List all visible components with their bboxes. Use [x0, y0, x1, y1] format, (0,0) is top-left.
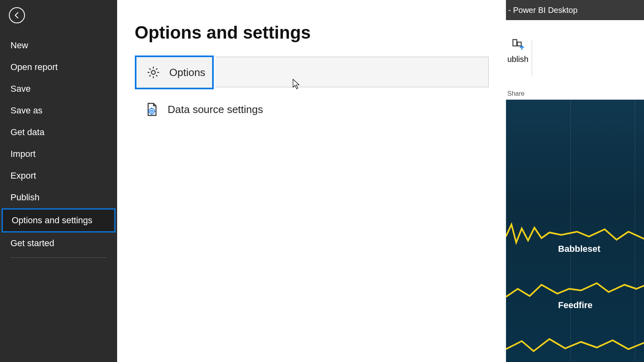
ribbon-divider — [532, 39, 532, 76]
backstage-menu: New Open report Save Save as Get data Im… — [0, 35, 117, 258]
gear-icon — [146, 65, 161, 80]
menu-item-publish[interactable]: Publish — [0, 187, 117, 208]
options-list: Options — [135, 56, 488, 125]
ribbon-group-share-label: Share — [508, 90, 525, 97]
document-gear-icon — [144, 102, 159, 117]
series-label-feedfire: Feedfire — [558, 300, 593, 311]
menu-item-open-report[interactable]: Open report — [0, 56, 117, 78]
background-app-strip: - Power BI Desktop ublish Share Babbl — [506, 0, 644, 362]
window-titlebar: - Power BI Desktop — [506, 0, 644, 20]
window-title: - Power BI Desktop — [508, 6, 578, 15]
menu-item-options-and-settings[interactable]: Options and settings — [2, 208, 116, 232]
ribbon-publish-label: ublish — [508, 55, 528, 64]
svg-point-0 — [151, 70, 155, 74]
data-source-settings-label: Data source settings — [168, 103, 263, 116]
back-button[interactable] — [9, 7, 25, 23]
file-backstage-sidebar: New Open report Save Save as Get data Im… — [0, 0, 117, 362]
back-arrow-icon — [13, 11, 21, 19]
series-label-babbleset: Babbleset — [558, 244, 601, 254]
sparkline-3 — [506, 329, 644, 361]
menu-item-export[interactable]: Export — [0, 165, 117, 187]
options-button[interactable]: Options — [135, 56, 214, 89]
backstage-content: Options and settings Options — [117, 0, 506, 362]
page-title: Options and settings — [135, 23, 488, 43]
menu-item-import[interactable]: Import — [0, 143, 117, 165]
report-canvas-partial: Babbleset Feedfire — [506, 100, 644, 362]
menu-item-save-as[interactable]: Save as — [0, 100, 117, 121]
menu-item-get-data[interactable]: Get data — [0, 121, 117, 143]
options-label: Options — [169, 66, 206, 79]
svg-rect-8 — [517, 42, 521, 46]
svg-point-1 — [149, 109, 155, 114]
menu-divider — [10, 257, 107, 258]
publish-icon — [510, 37, 526, 52]
ribbon-partial: ublish Share — [506, 20, 644, 100]
menu-item-get-started[interactable]: Get started — [0, 232, 117, 254]
menu-item-save[interactable]: Save — [0, 78, 117, 100]
data-source-settings-button[interactable]: Data source settings — [135, 94, 488, 125]
app-root: New Open report Save Save as Get data Im… — [0, 0, 644, 362]
menu-item-new[interactable]: New — [0, 35, 117, 56]
svg-rect-7 — [513, 39, 517, 46]
ribbon-publish-button[interactable]: ublish — [508, 37, 528, 64]
